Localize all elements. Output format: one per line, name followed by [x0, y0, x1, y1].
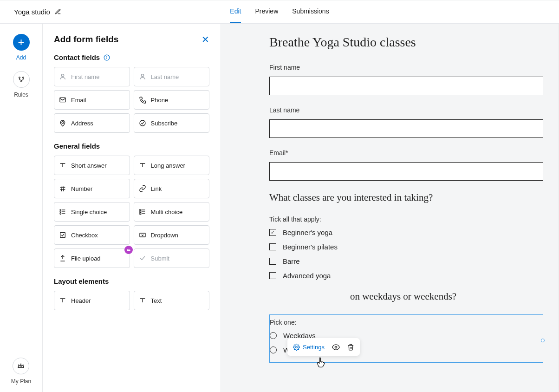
choice-beginners-yoga[interactable]: Beginner's yoga — [269, 229, 543, 236]
toolbar-delete[interactable] — [347, 344, 354, 351]
crown-icon — [13, 358, 29, 374]
rail-add[interactable]: + Add — [13, 34, 30, 61]
location-icon — [59, 119, 66, 127]
field-multi-choice[interactable]: Multi choice — [134, 202, 210, 222]
field-address-label: Address — [71, 120, 93, 127]
panel-header: Add form fields ✕ — [54, 34, 209, 45]
input-first-name[interactable] — [269, 77, 543, 95]
svg-point-6 — [61, 74, 64, 77]
preview-first-name[interactable]: First name — [269, 64, 543, 95]
svg-point-29 — [296, 346, 298, 348]
field-short-answer[interactable]: Short answer — [54, 156, 130, 175]
helper-tick-all: Tick all that apply: — [269, 216, 543, 223]
upload-icon — [59, 255, 66, 262]
input-email[interactable] — [269, 162, 543, 181]
field-file-upload[interactable]: File upload — [54, 248, 130, 268]
preview-last-name[interactable]: Last name — [269, 106, 543, 138]
trash-icon — [347, 344, 354, 351]
preview-multichoice[interactable]: Tick all that apply: Beginner's yoga Beg… — [269, 216, 543, 280]
field-submit[interactable]: Submit — [134, 248, 210, 268]
close-icon[interactable]: ✕ — [202, 34, 209, 45]
svg-point-10 — [140, 120, 145, 126]
radio-list-icon — [59, 208, 66, 216]
form-name-text: Yoga studio — [14, 8, 50, 16]
svg-line-13 — [61, 186, 62, 191]
pencil-icon[interactable] — [55, 8, 61, 15]
text-icon — [59, 162, 66, 169]
section-contact: Contact fields — [54, 53, 209, 61]
field-phone[interactable]: Phone — [134, 90, 210, 110]
svg-point-7 — [141, 74, 143, 77]
choice-label: Barre — [283, 257, 300, 265]
checkbox-icon — [269, 243, 276, 250]
field-long-answer[interactable]: Long answer — [134, 156, 210, 175]
checkbox-icon — [269, 258, 276, 265]
field-link-label: Link — [151, 185, 162, 192]
field-email[interactable]: Email — [54, 90, 130, 110]
choice-label: Beginner's pilates — [283, 243, 338, 251]
tab-edit[interactable]: Edit — [230, 0, 241, 23]
rail-plan[interactable]: My Plan — [11, 358, 31, 385]
section-contact-label: Contact fields — [54, 53, 100, 61]
choice-beginners-pilates[interactable]: Beginner's pilates — [269, 243, 543, 251]
field-short-answer-label: Short answer — [71, 162, 107, 169]
field-phone-label: Phone — [151, 97, 169, 104]
field-address[interactable]: Address — [54, 113, 130, 133]
text-icon — [139, 297, 146, 304]
rail-rules[interactable]: Rules — [13, 71, 30, 98]
text-icon — [139, 162, 146, 169]
rail-rules-label: Rules — [14, 91, 28, 98]
form-canvas[interactable]: Breathe Yoga Studio classes First name L… — [269, 24, 559, 392]
field-checkbox[interactable]: Checkbox — [54, 225, 130, 245]
field-dropdown-label: Dropdown — [151, 232, 178, 239]
svg-line-14 — [63, 186, 64, 191]
form-name[interactable]: Yoga studio — [0, 8, 61, 16]
info-icon[interactable] — [104, 54, 110, 61]
svg-rect-25 — [140, 213, 141, 215]
field-first-name-label: First name — [71, 73, 99, 80]
preview-email[interactable]: Email* — [269, 149, 543, 181]
field-first-name[interactable]: First name — [54, 67, 130, 86]
tab-preview[interactable]: Preview — [255, 0, 278, 23]
input-last-name[interactable] — [269, 119, 543, 138]
section-layout-label: Layout elements — [54, 277, 109, 285]
svg-point-1 — [22, 77, 24, 78]
hash-icon — [59, 185, 66, 192]
dropdown-icon — [139, 231, 146, 239]
tab-submissions[interactable]: Submissions — [292, 0, 329, 23]
field-last-name[interactable]: Last name — [134, 67, 210, 86]
helper-pick-one: Pick one: — [270, 319, 543, 326]
field-number-label: Number — [71, 185, 92, 192]
field-file-upload-label: File upload — [71, 255, 101, 262]
svg-point-5 — [107, 56, 107, 57]
canvas-area: Breathe Yoga Studio classes First name L… — [221, 24, 559, 392]
toolbar-visibility[interactable] — [332, 343, 340, 351]
field-text[interactable]: Text — [134, 291, 210, 310]
choice-barre[interactable]: Barre — [269, 257, 543, 265]
svg-rect-27 — [60, 233, 65, 238]
toolbar-settings[interactable]: Settings — [293, 344, 325, 351]
field-dropdown[interactable]: Dropdown — [134, 225, 210, 245]
field-subscribe[interactable]: Subscribe — [134, 113, 210, 133]
choice-advanced-yoga[interactable]: Advanced yoga — [269, 272, 543, 280]
side-rail: + Add Rules My Plan — [0, 24, 43, 392]
svg-point-9 — [62, 122, 64, 124]
field-link[interactable]: Link — [134, 179, 210, 198]
premium-badge-icon — [124, 246, 133, 254]
check-icon — [139, 255, 146, 262]
label-last-name: Last name — [269, 106, 543, 114]
panel-title: Add form fields — [54, 34, 118, 45]
checkbox-icon — [269, 229, 276, 236]
gear-icon — [293, 344, 300, 351]
plus-icon: + — [13, 34, 30, 51]
field-email-label: Email — [71, 97, 86, 104]
eye-icon — [332, 343, 340, 351]
subheading-days: on weekdays or weekends? — [350, 291, 543, 302]
field-number[interactable]: Number — [54, 179, 130, 198]
field-single-choice[interactable]: Single choice — [54, 202, 130, 222]
svg-point-2 — [20, 81, 22, 82]
field-text-label: Text — [151, 297, 162, 304]
field-header[interactable]: Header — [54, 291, 130, 310]
resize-handle[interactable] — [541, 339, 545, 342]
checklist-icon — [139, 208, 146, 216]
